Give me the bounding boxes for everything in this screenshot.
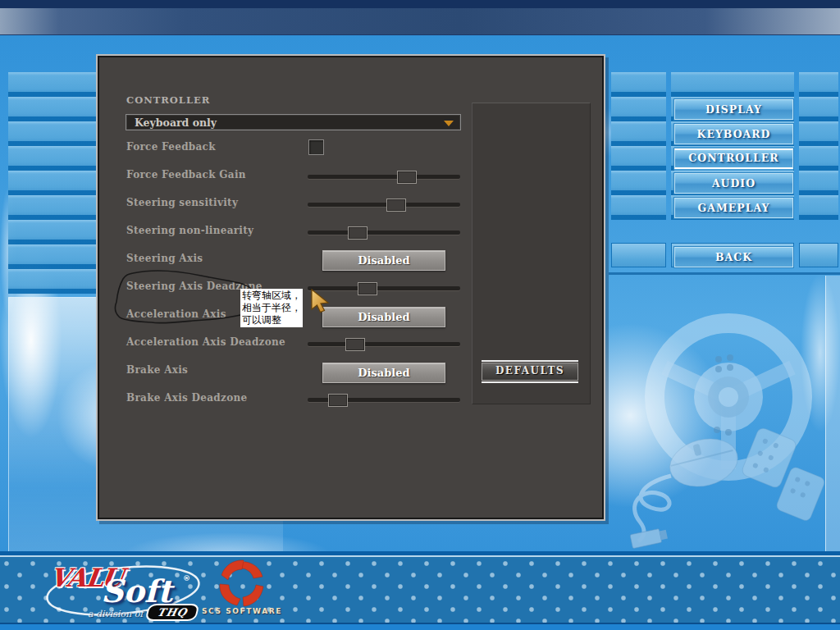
mouse-cursor-icon <box>310 289 331 313</box>
dialog-right-panel <box>472 103 591 404</box>
brake-axis-deadzone-slider[interactable] <box>308 394 460 407</box>
tooltip-line-3: 可以调整 <box>242 314 301 326</box>
dialog-title: CONTROLLER <box>126 94 210 106</box>
acceleration-axis-deadzone-slider[interactable] <box>308 338 460 351</box>
slider-track <box>308 203 460 207</box>
bg-cell-back-row-left <box>611 243 666 267</box>
scs-software-logo: SCS SOFTWARE <box>201 559 283 623</box>
slider-handle[interactable] <box>358 282 377 295</box>
controller-device-value: Keyboard only <box>135 116 217 129</box>
label-force-feedback: Force Feedback <box>126 141 216 153</box>
label-steering-sensitivity: Steering sensitivity <box>126 197 238 208</box>
label-brake-axis: Brake Axis <box>126 364 188 376</box>
slider-track <box>308 175 460 179</box>
bg-grid-right-a <box>611 72 666 220</box>
menu-button-display[interactable]: DISPLAY <box>674 99 793 120</box>
steering-axis-button[interactable]: Disabled <box>322 250 445 271</box>
label-brake-axis-deadzone: Brake Axis Deadzone <box>126 392 247 404</box>
slider-handle[interactable] <box>328 394 348 407</box>
scs-software-text: SCS SOFTWARE <box>201 607 283 615</box>
registered-mark: ® <box>183 574 190 582</box>
acceleration-axis-button[interactable]: Disabled <box>322 307 445 327</box>
slider-handle[interactable] <box>397 171 417 184</box>
menu-button-audio[interactable]: AUDIO <box>674 173 793 194</box>
label-steering-non-linearity: Steering non-linearity <box>126 225 253 236</box>
steering-sensitivity-slider[interactable] <box>308 199 460 212</box>
bg-grid-right-c <box>799 72 838 220</box>
menu-button-back[interactable]: BACK <box>674 247 793 267</box>
label-steering-axis: Steering Axis <box>126 253 203 264</box>
tooltip-line-2: 相当于半径， <box>242 302 301 314</box>
division-of-text: a division of <box>88 609 143 619</box>
force-feedback-checkbox[interactable] <box>308 139 324 155</box>
slider-track <box>308 231 460 235</box>
label-force-feedback-gain: Force Feedback Gain <box>126 169 246 180</box>
valusoft-logo: VALU Soft ® a division of THQ <box>37 558 209 628</box>
top-header-bar <box>0 8 840 35</box>
force-feedback-gain-slider[interactable] <box>308 171 460 184</box>
slider-handle[interactable] <box>345 338 365 351</box>
thq-logo: THQ <box>144 604 199 621</box>
slider-handle[interactable] <box>386 199 406 212</box>
brake-axis-button[interactable]: Disabled <box>322 363 445 383</box>
bg-cell-back-row-right <box>799 243 838 267</box>
defaults-button-frame: DEFAULTS <box>482 360 578 383</box>
menu-button-controller[interactable]: CONTROLLER <box>674 148 793 169</box>
tooltip: 转弯轴区域， 相当于半径， 可以调整 <box>240 289 303 327</box>
top-navy-strip <box>0 0 840 8</box>
bg-divider-line <box>609 272 840 275</box>
menu-button-gameplay[interactable]: GAMEPLAY <box>674 198 793 218</box>
controller-device-select[interactable]: Keyboard only <box>126 114 461 130</box>
slider-track <box>308 342 460 346</box>
slider-handle[interactable] <box>348 226 368 240</box>
menu-button-keyboard[interactable]: KEYBOARD <box>674 124 793 144</box>
tooltip-line-1: 转弯轴区域， <box>242 290 301 302</box>
defaults-button[interactable]: DEFAULTS <box>482 363 578 381</box>
steering-non-linearity-slider[interactable] <box>308 226 460 240</box>
steering-wheel-artwork <box>622 305 837 551</box>
scs-swirl-icon <box>201 559 283 607</box>
label-acceleration-axis-deadzone: Acceleration Axis Deadzone <box>126 336 285 348</box>
chevron-down-icon <box>444 121 454 126</box>
